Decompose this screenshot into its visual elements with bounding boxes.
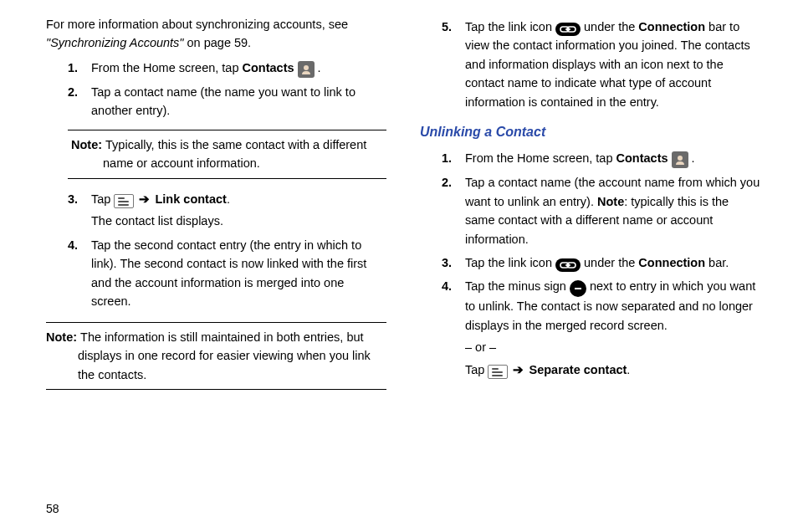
step3-sub: The contact list displays.	[91, 212, 386, 230]
step-number: 3.	[68, 190, 78, 208]
linking-steps-cont: 3. Tap ➔ Link contact. The contact list …	[68, 187, 386, 314]
menu-icon	[488, 365, 508, 379]
u1-a: From the Home screen, tap	[465, 151, 616, 165]
u2-b: Note	[597, 195, 624, 208]
step5-a: Tap the link icon	[465, 20, 555, 33]
intro-text-b: on page 59.	[184, 36, 252, 49]
step-number: 5.	[442, 18, 452, 36]
note-label: Note:	[46, 328, 77, 346]
ustep-4: 4. Tap the minus sign next to entry in w…	[442, 274, 760, 381]
right-column: 5. Tap the link icon under the Connectio…	[420, 15, 760, 398]
step-4: 4. Tap the second contact entry (the ent…	[68, 233, 386, 314]
link-icon	[555, 23, 581, 36]
note-box-1: Note: Typically, this is the same contac…	[68, 130, 386, 179]
document-page: For more information about synchronizing…	[0, 0, 798, 532]
step3-c: .	[227, 192, 230, 206]
step4-text: Tap the second contact entry (the entry …	[91, 238, 366, 308]
step-2: 2. Tap a contact name (the name you want…	[68, 80, 386, 123]
note-box-2: Note: The information is still maintaine…	[46, 322, 386, 390]
link-icon	[555, 258, 581, 272]
step1-b: Contacts	[243, 61, 294, 74]
step5-b: under the	[581, 20, 638, 33]
menu-icon	[114, 194, 134, 208]
u4-a: Tap the minus sign	[465, 279, 570, 293]
step-number: 4.	[442, 277, 452, 295]
contacts-icon	[672, 151, 688, 168]
step2-text: Tap a contact name (the name you want to…	[91, 85, 356, 117]
step-number: 3.	[442, 253, 452, 272]
ustep-2: 2. Tap a contact name (the account name …	[442, 171, 760, 251]
step-number: 1.	[68, 59, 78, 77]
note-body: Typically, this is the same contact with…	[71, 136, 383, 173]
u4-sep: Separate contact	[529, 363, 627, 376]
section-heading: Unlinking a Contact	[420, 122, 760, 143]
step-3: 3. Tap ➔ Link contact. The contact list …	[68, 187, 386, 233]
u3-d: bar.	[705, 256, 729, 269]
minus-icon	[570, 280, 586, 297]
ustep-1: 1. From the Home screen, tap Contacts .	[442, 146, 760, 171]
u4-tap: Tap	[465, 363, 488, 376]
intro-text-a: For more information about synchronizing…	[46, 18, 348, 31]
two-column-layout: For more information about synchronizing…	[46, 15, 760, 398]
step-5: 5. Tap the link icon under the Connectio…	[442, 15, 760, 114]
intro-paragraph: For more information about synchronizing…	[46, 15, 386, 53]
u1-b: Contacts	[616, 151, 668, 165]
u3-b: under the	[581, 256, 638, 269]
step-number: 2.	[442, 173, 452, 192]
step1-c: .	[315, 61, 321, 74]
arrow-icon: ➔	[137, 192, 151, 206]
step3-a: Tap	[91, 192, 114, 206]
linking-steps: 1. From the Home screen, tap Contacts . …	[68, 56, 386, 123]
u3-a: Tap the link icon	[465, 256, 555, 269]
u4-dot: .	[627, 363, 630, 376]
step-number: 1.	[442, 149, 452, 167]
unlinking-steps: 1. From the Home screen, tap Contacts . …	[442, 146, 760, 381]
step-number: 4.	[68, 236, 78, 254]
u1-c: .	[688, 151, 695, 165]
contacts-icon	[298, 61, 315, 78]
intro-text-italic: "Synchronizing Accounts"	[46, 36, 184, 49]
step5-c: Connection	[638, 20, 705, 33]
left-column: For more information about synchronizing…	[46, 15, 386, 398]
u3-c: Connection	[638, 256, 705, 269]
ustep-3: 3. Tap the link icon under the Connectio…	[442, 251, 760, 274]
u4-tapline: Tap ➔ Separate contact.	[465, 361, 760, 379]
svg-point-0	[304, 65, 309, 70]
step3-b: Link contact	[155, 192, 226, 206]
u4-or: – or –	[465, 338, 760, 356]
step1-a: From the Home screen, tap	[91, 61, 243, 74]
step-1: 1. From the Home screen, tap Contacts .	[68, 56, 386, 80]
arrow-icon: ➔	[511, 363, 525, 376]
note-label: Note:	[71, 136, 102, 154]
step-number: 2.	[68, 83, 78, 101]
svg-point-1	[678, 156, 683, 161]
page-number: 58	[46, 502, 59, 515]
note-body: The information is still maintained in b…	[46, 328, 386, 384]
linking-steps-right: 5. Tap the link icon under the Connectio…	[442, 15, 760, 114]
